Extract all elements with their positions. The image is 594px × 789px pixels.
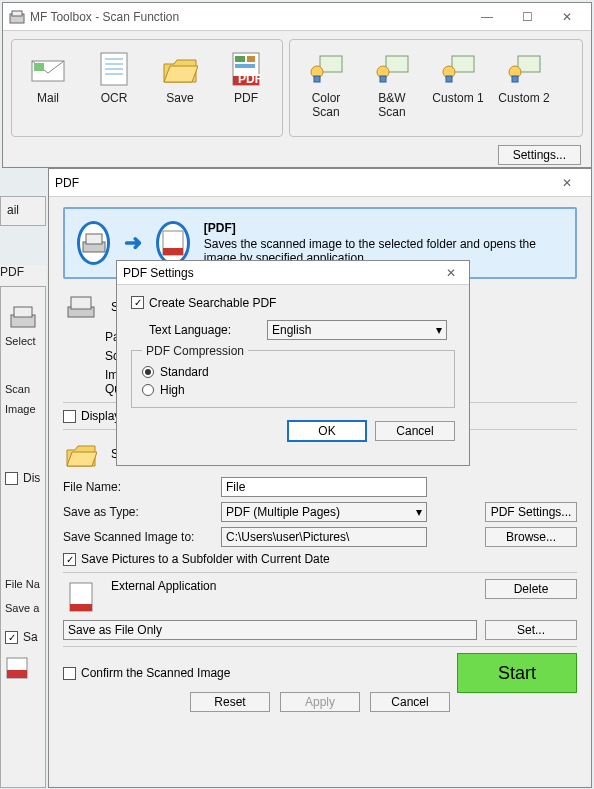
- mail-icon: [30, 51, 66, 87]
- textlang-label: Text Language:: [149, 323, 259, 337]
- scanner-icon: [5, 299, 41, 335]
- close-button[interactable]: ✕: [547, 6, 587, 28]
- pdf-icon: PDF: [228, 51, 264, 87]
- pdf-circle-icon: [156, 221, 189, 265]
- svg-rect-24: [386, 56, 408, 72]
- close-button[interactable]: ✕: [547, 172, 587, 194]
- scanner-icon: [440, 51, 476, 87]
- svg-marker-40: [67, 452, 97, 466]
- scanner-icon: [374, 51, 410, 87]
- compression-high-radio[interactable]: High: [142, 383, 185, 397]
- svg-rect-42: [70, 604, 92, 611]
- toolbox-item-label: PDF: [234, 91, 258, 105]
- toolbox-item-label: Save: [166, 91, 193, 105]
- extapp-input[interactable]: [63, 620, 477, 640]
- save-folder-icon: [162, 51, 198, 87]
- svg-rect-30: [518, 56, 540, 72]
- toolbox-item-label: Color Scan: [297, 91, 355, 119]
- svg-rect-1: [14, 307, 32, 317]
- toolbox-group-right: Color Scan B&W Scan Custom 1 Custom 2: [289, 39, 583, 137]
- saveas-combo[interactable]: PDF (Multiple Pages)▾: [221, 502, 427, 522]
- create-searchable-checkbox[interactable]: ✓Create Searchable PDF: [131, 296, 276, 310]
- compression-legend: PDF Compression: [142, 344, 248, 358]
- compression-standard-radio[interactable]: Standard: [142, 365, 209, 379]
- svg-rect-18: [235, 64, 255, 68]
- pdf-titlebar: PDF ✕: [49, 169, 591, 197]
- svg-rect-7: [34, 63, 44, 71]
- scanner-circle-icon: [77, 221, 110, 265]
- toolbox-group-left: Mail OCR Save PDF PDF: [11, 39, 283, 137]
- pdf-settings-dialog: PDF Settings ✕ ✓Create Searchable PDF Te…: [116, 260, 470, 466]
- arrow-right-icon: ➜: [124, 230, 142, 256]
- svg-rect-21: [320, 56, 342, 72]
- svg-rect-27: [452, 56, 474, 72]
- toolbox-item-color-scan[interactable]: Color Scan: [296, 46, 356, 132]
- peek-select: Select: [5, 335, 41, 347]
- svg-rect-34: [86, 234, 102, 244]
- saveto-label: Save Scanned Image to:: [63, 530, 213, 544]
- peek-label: ail: [7, 203, 19, 217]
- toolbox-item-bw-scan[interactable]: B&W Scan: [362, 46, 422, 132]
- scanner-icon: [506, 51, 542, 87]
- svg-rect-26: [380, 76, 386, 82]
- set-button[interactable]: Set...: [485, 620, 577, 640]
- dialog-title: PDF Settings: [123, 266, 194, 280]
- peek-saveas: Save a: [5, 602, 41, 614]
- subfolder-checkbox[interactable]: ✓Save Pictures to a Subfolder with Curre…: [63, 552, 330, 566]
- toolbox-titlebar: MF Toolbox - Scan Function — ☐ ✕: [3, 3, 591, 31]
- banner-title: [PDF]: [204, 221, 563, 235]
- ok-button[interactable]: OK: [287, 420, 367, 442]
- textlang-combo[interactable]: English▾: [267, 320, 447, 340]
- toolbox-item-custom-1[interactable]: Custom 1: [428, 46, 488, 132]
- dialog-titlebar: PDF Settings ✕: [117, 261, 469, 285]
- peek-pdf: PDF: [0, 265, 24, 279]
- app-icon: [9, 9, 25, 25]
- svg-text:PDF: PDF: [238, 72, 261, 86]
- svg-rect-23: [314, 76, 320, 82]
- pdf-settings-button[interactable]: PDF Settings...: [485, 502, 577, 522]
- toolbox-item-custom-2[interactable]: Custom 2: [494, 46, 554, 132]
- toolbox-item-ocr[interactable]: OCR: [84, 46, 144, 132]
- toolbox-item-label: Mail: [37, 91, 59, 105]
- extapp-label: External Application: [111, 579, 216, 593]
- confirm-image-checkbox[interactable]: Confirm the Scanned Image: [63, 666, 230, 680]
- svg-rect-32: [512, 76, 518, 82]
- browse-button[interactable]: Browse...: [485, 527, 577, 547]
- chevron-down-icon: ▾: [416, 505, 422, 519]
- apply-button: Apply: [280, 692, 360, 712]
- settings-button[interactable]: Settings...: [498, 145, 581, 165]
- peek-display-check[interactable]: Dis: [5, 471, 40, 485]
- svg-marker-14: [164, 66, 198, 82]
- close-button[interactable]: ✕: [437, 262, 465, 284]
- saveto-input[interactable]: [221, 527, 427, 547]
- toolbox-item-label: B&W Scan: [363, 91, 421, 119]
- saveas-label: Save as Type:: [63, 505, 213, 519]
- pdf-icon: [63, 579, 99, 615]
- scanner-icon: [63, 289, 99, 325]
- delete-button[interactable]: Delete: [485, 579, 577, 599]
- minimize-button[interactable]: —: [467, 6, 507, 28]
- cancel-button[interactable]: Cancel: [375, 421, 455, 441]
- toolbox-item-label: OCR: [101, 91, 128, 105]
- cancel-button[interactable]: Cancel: [370, 692, 450, 712]
- svg-rect-5: [12, 11, 22, 16]
- start-button[interactable]: Start: [457, 653, 577, 693]
- toolbox-item-label: Custom 1: [432, 91, 483, 105]
- reset-button[interactable]: Reset: [190, 692, 270, 712]
- svg-rect-29: [446, 76, 452, 82]
- toolbox-item-save[interactable]: Save: [150, 46, 210, 132]
- toolbox-item-mail[interactable]: Mail: [18, 46, 78, 132]
- peek-save-check[interactable]: ✓Sa: [5, 630, 38, 644]
- toolbox-title: MF Toolbox - Scan Function: [30, 10, 179, 24]
- chevron-down-icon: ▾: [436, 323, 442, 337]
- pdf-icon: [5, 656, 29, 680]
- filename-input[interactable]: [221, 477, 427, 497]
- maximize-button[interactable]: ☐: [507, 6, 547, 28]
- svg-rect-36: [163, 248, 183, 255]
- toolbox-item-label: Custom 2: [498, 91, 549, 105]
- scanner-icon: [308, 51, 344, 87]
- svg-rect-38: [71, 297, 91, 309]
- peek-filename: File Na: [5, 578, 41, 590]
- svg-rect-16: [235, 56, 245, 62]
- toolbox-item-pdf[interactable]: PDF PDF: [216, 46, 276, 132]
